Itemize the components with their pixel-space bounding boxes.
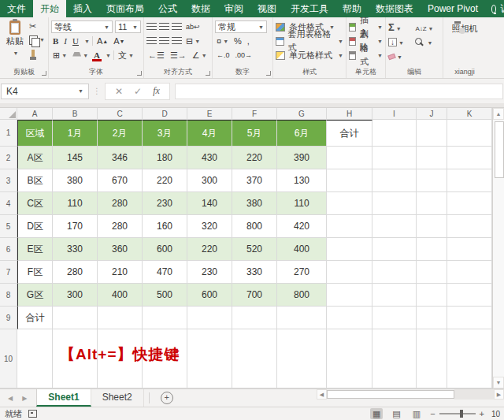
formula-input[interactable] xyxy=(175,84,503,99)
cell-A3[interactable]: B区 xyxy=(17,169,53,192)
cell-G6[interactable]: 400 xyxy=(277,238,327,261)
underline-button[interactable]: U xyxy=(71,35,80,48)
decrease-indent-button[interactable]: ←☰ xyxy=(146,49,166,62)
cell-B3[interactable]: 380 xyxy=(53,169,98,192)
cell-G10[interactable] xyxy=(277,329,327,388)
fill-color-button[interactable]: ▼ xyxy=(71,49,90,62)
cell-I2[interactable] xyxy=(372,147,417,169)
col-header-K[interactable]: K xyxy=(447,108,492,120)
cell-B4[interactable]: 110 xyxy=(53,192,98,215)
cell-C7[interactable]: 210 xyxy=(98,261,143,284)
wrap-text-button[interactable]: ab↩ xyxy=(184,20,202,34)
cell-H3[interactable] xyxy=(327,169,372,192)
cell-F5[interactable]: 800 xyxy=(232,215,277,238)
cell-G5[interactable]: 420 xyxy=(277,215,327,238)
col-header-G[interactable]: G xyxy=(277,108,327,120)
col-header-E[interactable]: E xyxy=(187,108,232,120)
cell-H2[interactable] xyxy=(327,147,372,169)
tell-me[interactable]: 告诉我 xyxy=(485,0,504,17)
ribbon-tab-公式[interactable]: 公式 xyxy=(151,0,184,17)
cell-E10[interactable] xyxy=(187,329,232,388)
decrease-decimal-button[interactable]: .00→ xyxy=(234,49,254,62)
cell-F6[interactable]: 520 xyxy=(232,238,277,261)
dialog-launcher-icon[interactable] xyxy=(206,71,210,76)
cell-H6[interactable] xyxy=(327,238,372,261)
merge-center-button[interactable]: ⊟▼ xyxy=(184,35,202,48)
cell-K6[interactable] xyxy=(447,238,492,261)
fill-button[interactable]: ↓▼ xyxy=(388,34,410,48)
zoom-slider[interactable]: − + xyxy=(430,409,484,418)
paste-button[interactable]: 粘贴 ▼ xyxy=(2,20,28,57)
cell-A7[interactable]: F区 xyxy=(17,261,53,284)
cell-J4[interactable] xyxy=(417,192,447,215)
cell-D2[interactable]: 180 xyxy=(143,147,187,169)
sheet-nav-left-icon[interactable]: ◀ xyxy=(8,395,13,402)
ribbon-tab-审阅[interactable]: 审阅 xyxy=(217,0,250,17)
font-color-button[interactable]: A xyxy=(92,49,102,62)
zoom-track[interactable] xyxy=(439,413,476,414)
align-right-icon[interactable] xyxy=(172,37,182,45)
align-middle-icon[interactable] xyxy=(159,23,169,31)
align-top-icon[interactable] xyxy=(146,23,157,31)
find-select-button[interactable]: ▼ xyxy=(415,34,440,48)
cell-E7[interactable]: 230 xyxy=(187,261,232,284)
cell-E1[interactable]: 4月 xyxy=(187,120,232,147)
cell-I6[interactable] xyxy=(372,238,417,261)
row-header-5[interactable]: 5 xyxy=(0,215,17,238)
dialog-launcher-icon[interactable] xyxy=(137,71,142,76)
cell-E6[interactable]: 220 xyxy=(187,238,232,261)
cell-F1[interactable]: 5月 xyxy=(232,120,277,147)
cell-I9[interactable] xyxy=(372,307,417,329)
col-header-J[interactable]: J xyxy=(417,108,447,120)
cell-I7[interactable] xyxy=(372,261,417,284)
sheet-tab-Sheet1[interactable]: Sheet1 xyxy=(36,389,91,407)
col-header-H[interactable]: H xyxy=(327,108,372,120)
cell-G1[interactable]: 6月 xyxy=(277,120,327,147)
format-painter-button[interactable] xyxy=(29,46,45,60)
new-sheet-button[interactable]: + xyxy=(161,392,173,404)
cell-A6[interactable]: E区 xyxy=(17,238,53,261)
cell-A9[interactable]: 合计 xyxy=(17,307,53,329)
cell-A1[interactable]: 区域 xyxy=(17,120,53,147)
cell-K7[interactable] xyxy=(447,261,492,284)
cell-C6[interactable]: 360 xyxy=(98,238,143,261)
ribbon-tab-数据[interactable]: 数据 xyxy=(184,0,217,17)
cell-D6[interactable]: 600 xyxy=(143,238,187,261)
cell-C4[interactable]: 280 xyxy=(98,192,143,215)
cell-B1[interactable]: 1月 xyxy=(53,120,98,147)
cell-D4[interactable]: 230 xyxy=(143,192,187,215)
cell-F9[interactable] xyxy=(232,307,277,329)
italic-button[interactable]: I xyxy=(62,35,69,48)
cell-A8[interactable]: G区 xyxy=(17,284,53,307)
name-box[interactable]: K4 ▼ xyxy=(1,84,89,99)
format-as-table-button[interactable]: 套用表格格式▼ xyxy=(276,34,343,48)
cell-G9[interactable] xyxy=(277,307,327,329)
sheet-nav-right-icon[interactable]: ▶ xyxy=(22,395,27,402)
phonetic-button[interactable]: 文▼ xyxy=(117,49,135,62)
align-center-icon[interactable] xyxy=(159,37,169,45)
vertical-scrollbar[interactable]: ▲ ▼ xyxy=(492,108,504,388)
cell-J10[interactable] xyxy=(417,329,447,388)
cell-G3[interactable]: 130 xyxy=(277,169,327,192)
cell-B7[interactable]: 280 xyxy=(53,261,98,284)
cell-F10[interactable] xyxy=(232,329,277,388)
cell-B5[interactable]: 170 xyxy=(53,215,98,238)
formula-bar-splitter[interactable]: ⋮ xyxy=(93,87,101,95)
macro-record-icon[interactable] xyxy=(28,410,37,418)
camera-button[interactable]: 照相机 xyxy=(446,23,484,35)
ribbon-tab-开始[interactable]: 开始 xyxy=(33,0,66,17)
ribbon-tab-视图[interactable]: 视图 xyxy=(250,0,284,17)
row-header-8[interactable]: 8 xyxy=(0,284,17,307)
cell-J7[interactable] xyxy=(417,261,447,284)
cell-H8[interactable] xyxy=(327,284,372,307)
autosum-button[interactable]: Σ▼ xyxy=(388,20,410,34)
cell-C1[interactable]: 2月 xyxy=(98,120,143,147)
cell-D1[interactable]: 3月 xyxy=(143,120,187,147)
bold-button[interactable]: B xyxy=(51,35,60,48)
cell-H10[interactable] xyxy=(327,329,372,388)
increase-decimal-button[interactable]: ←.0 xyxy=(215,49,232,62)
row-header-4[interactable]: 4 xyxy=(0,192,17,215)
cell-J9[interactable] xyxy=(417,307,447,329)
col-header-C[interactable]: C xyxy=(98,108,143,120)
cell-E4[interactable]: 140 xyxy=(187,192,232,215)
